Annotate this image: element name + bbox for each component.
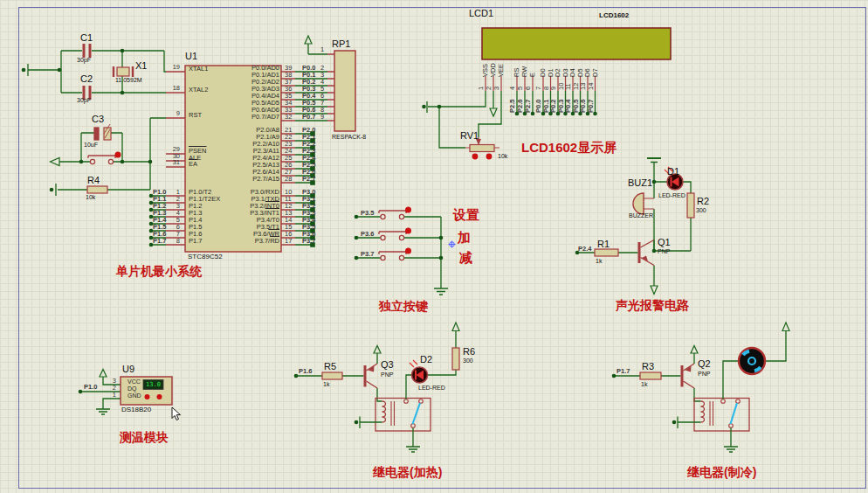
reset-circuit[interactable] (50, 118, 166, 196)
p3-net-label: P3.7 (302, 238, 320, 245)
p0-pin-name: P0.7/AD7 (206, 114, 279, 121)
c3-ref: C3 (92, 115, 104, 124)
d2-ref: D2 (420, 355, 432, 365)
lcd-net-label: P2.7 (525, 100, 532, 113)
crystal-x1[interactable] (114, 66, 133, 77)
lcd-pin-number: 8 (543, 87, 550, 90)
rst-pin-name: RST (189, 112, 202, 119)
key-label-set: 设置 (453, 208, 479, 221)
resistor-r6[interactable] (452, 348, 459, 370)
rp1-part-number: RESPACK-8 (332, 134, 366, 140)
lcd-pin-number: 3 (493, 87, 500, 90)
u9-net-label: P1.0 (84, 384, 97, 391)
u9-pin-number-1: 1 (108, 392, 116, 399)
r2-ref: R2 (697, 197, 709, 206)
resistor-r2[interactable] (687, 193, 694, 218)
motor-fan[interactable] (739, 348, 765, 374)
lcd-pin-name: E (529, 73, 536, 77)
lcd-net-label: P0.4 (565, 100, 572, 113)
lcd-net-label: P2.5 (509, 100, 516, 113)
u1-ref: U1 (185, 52, 197, 61)
lcd-pin-name: D6 (584, 68, 591, 77)
rv1-ref: RV1 (460, 131, 479, 141)
resistor-r5[interactable] (322, 372, 342, 379)
u9-part-number: DS18B20 (121, 406, 151, 413)
r2-value: 300 (696, 207, 706, 213)
r4-value: 10k (86, 194, 95, 200)
lcd-section-title: LCD1602显示屏 (521, 141, 617, 154)
c2-value: 30pF (77, 97, 91, 103)
c1-ref: C1 (80, 33, 93, 43)
capacitor-c1[interactable] (84, 44, 90, 58)
mouse-cursor (172, 407, 181, 420)
p3-pin-name-pre: P3.7/ (255, 237, 271, 245)
u1-part-number: STC89C52 (188, 253, 223, 260)
p0-net-label: P0.7 (302, 114, 320, 121)
u9-pin-dq: DQ (127, 385, 137, 392)
r6-value: 300 (463, 358, 473, 364)
crystal-circuit[interactable] (22, 44, 166, 100)
relay-cool[interactable] (694, 399, 749, 432)
lcd-pin-name: VSS (482, 64, 489, 77)
lcd-pin-name: VDD (490, 63, 497, 77)
lcd-pin-number: 1 (478, 87, 485, 90)
key-net-label: P3.7 (361, 251, 378, 258)
lcd-net-label: P0.1 (543, 100, 550, 113)
heat-section-title: 继电器(加热) (373, 466, 442, 478)
lcd-pin-name: VEE (498, 64, 505, 77)
mcu-section-title: 单片机最小系统 (116, 265, 202, 277)
ea-pin-name: EA (189, 161, 197, 168)
lcd-pin-name: D7 (592, 68, 599, 77)
cool-section-title: 继电器(制冷) (687, 466, 756, 478)
capacitor-c3[interactable] (94, 124, 111, 140)
p1-pin-name: P1.7 (189, 238, 202, 245)
resistor-r4[interactable] (87, 186, 107, 193)
lcd-pin-number: 4 (509, 87, 516, 90)
resistor-r3[interactable] (640, 372, 661, 379)
key-net-label: P3.6 (361, 231, 378, 238)
schematic-graphics (0, 0, 868, 493)
r5-value: 1k (323, 381, 329, 387)
buzzer-buz1[interactable] (633, 193, 654, 214)
lcd-part-number: LCD1602 (599, 12, 629, 19)
rp1-pin1-number: 1 (320, 46, 324, 53)
transistor-q1[interactable] (638, 240, 655, 266)
c1-value: 30pF (77, 57, 91, 63)
lcd-net-label: P0.2 (550, 100, 557, 113)
relay-heat[interactable] (375, 399, 431, 432)
proteus-schematic-canvas: P1.0 1 P1.0/T2 P1.1 2 P1.1/T2EX P1.2 3 P… (0, 0, 868, 493)
ea-pin-number: 31 (162, 159, 180, 166)
lcd-pin-name: RS (513, 68, 520, 77)
lcd1-ref: LCD1 (469, 9, 493, 18)
relay-cool-circuit[interactable] (612, 323, 789, 452)
temperature-reading: 13.0 (146, 382, 161, 388)
origin-marker (449, 241, 456, 248)
lcd-pin-name: D4 (569, 68, 576, 77)
xtal1-pin-name: XTAL1 (189, 66, 208, 73)
buz1-ref: BUZ1 (628, 178, 652, 188)
r3-ref: R3 (642, 362, 654, 371)
rst-pin-number: 9 (162, 110, 180, 117)
buz1-part: BUZZER (629, 212, 653, 219)
rv1-value: 10k (498, 153, 507, 159)
key-label-minus: 减 (459, 251, 472, 264)
c3-value: 10uF (84, 142, 98, 148)
lcd-net-label: P0.5 (573, 100, 580, 113)
xtal2-pin-number: 18 (162, 85, 180, 92)
transistor-q3[interactable] (364, 364, 378, 388)
r3-net-label: P1.7 (617, 368, 630, 375)
lcd-pin-name: RW (521, 66, 528, 77)
alarm-section-title: 声光报警电路 (616, 299, 689, 311)
lcd-pin-name: D1 (548, 68, 555, 77)
q1-type: PNP (658, 248, 670, 254)
rp1-pin-number: 9 (320, 114, 324, 121)
p3-pin-name-overlined: RD (270, 237, 279, 245)
lcd-screen[interactable] (482, 28, 671, 59)
xtal2-pin-name: XTAL2 (189, 87, 208, 94)
lcd-pin-name: D5 (577, 68, 584, 77)
p2-pin-number: 28 (285, 176, 292, 183)
lcd-net-label: P0.7 (588, 100, 595, 113)
d1-part: LED-RED (658, 192, 685, 198)
lcd-net-label: P2.6 (517, 100, 524, 113)
transistor-q2[interactable] (681, 364, 695, 388)
